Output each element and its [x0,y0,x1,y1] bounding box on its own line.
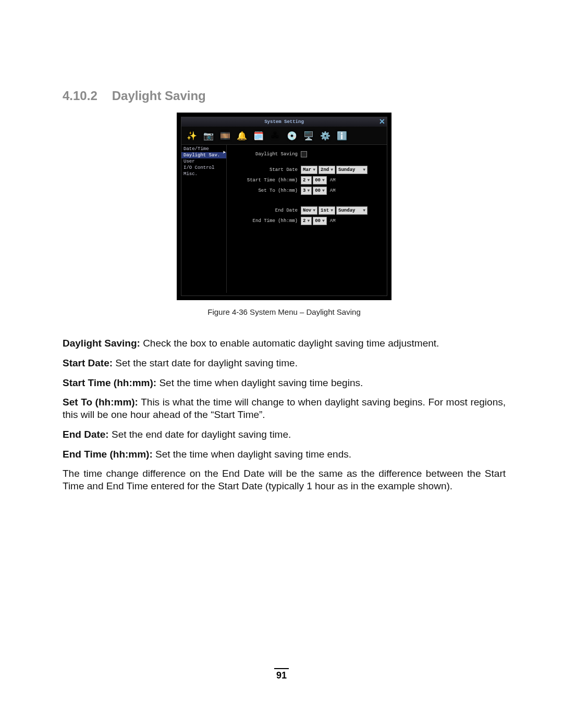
wand-icon[interactable]: ✨ [186,130,198,141]
sidebar-item-datetime[interactable]: Date/Time [181,146,226,152]
sidebar-item-misc[interactable]: Misc. [181,171,226,177]
start-ordinal-select[interactable]: 2nd▼ [319,166,335,174]
end-month-select[interactable]: Nov▼ [301,206,317,215]
sidebar: Date/Time Daylight Sav. User I/O Control… [181,145,227,293]
enable-label: Daylight Saving [231,152,301,157]
end-ordinal-select[interactable]: 1st▼ [319,206,335,215]
camera-icon[interactable]: 📷 [202,130,215,141]
daylight-saving-checkbox[interactable] [301,151,307,157]
start-minute-select[interactable]: 00▼ [313,176,327,184]
end-minute-select[interactable]: 00▼ [313,217,327,225]
settings-form: Daylight Saving Start Date Mar▼ 2nd▼ Sun… [227,145,387,293]
setto-hour-select[interactable]: 3▼ [301,187,312,195]
para-start-time: Start Time (hh:mm): Set the time when da… [63,377,506,389]
end-hour-select[interactable]: 2▼ [301,217,312,225]
end-time-label: End Time (hh:mm) [231,218,301,224]
section-number: 4.10.2 [63,89,97,103]
schedule-icon[interactable]: 🗓️ [252,130,265,141]
sidebar-item-io-control[interactable]: I/O Control [181,165,226,171]
disc-icon[interactable]: 💿 [286,130,298,141]
start-hour-select[interactable]: 2▼ [301,176,312,184]
para-end-date: End Date: Set the end date for daylight … [63,428,506,441]
start-ampm: AM [330,178,336,183]
gears-icon[interactable]: ⚙️ [319,130,332,141]
para-note: The time change difference on the End Da… [63,467,506,492]
figure-caption: Figure 4-36 System Menu – Daylight Savin… [63,307,506,316]
film-icon[interactable]: 🎞️ [219,130,231,141]
set-to-label: Set To (hh:mm) [231,188,301,193]
close-icon[interactable]: ✕ [379,118,385,125]
page-number: 91 [0,668,563,681]
para-start-date: Start Date: Set the start date for dayli… [63,357,506,369]
sidebar-item-daylight-saving[interactable]: Daylight Sav. [181,152,226,158]
bell-icon[interactable]: 🔔 [236,130,248,141]
start-time-label: Start Time (hh:mm) [231,178,301,183]
toolbar: ✨ 📷 🎞️ 🔔 🗓️ 🖧 💿 🖥️ ⚙️ ℹ️ [181,127,387,145]
end-weekday-select[interactable]: Sunday▼ [336,206,368,215]
window-titlebar: System Setting ✕ [181,117,387,127]
sidebar-item-user[interactable]: User [181,158,226,165]
section-title: Daylight Saving [112,89,206,103]
monitor-icon[interactable]: 🖥️ [302,130,315,141]
window-title: System Setting [264,119,304,125]
end-date-label: End Date [231,208,301,213]
start-month-select[interactable]: Mar▼ [301,166,317,174]
para-end-time: End Time (hh:mm): Set the time when dayl… [63,448,506,461]
end-ampm: AM [330,218,336,224]
start-weekday-select[interactable]: Sunday▼ [336,166,368,174]
system-setting-screenshot: System Setting ✕ ✨ 📷 🎞️ 🔔 🗓️ 🖧 💿 🖥️ ⚙️ ℹ… [177,113,391,300]
network-icon[interactable]: 🖧 [269,130,282,141]
section-heading: 4.10.2Daylight Saving [63,89,506,103]
setto-ampm: AM [330,188,336,193]
setto-minute-select[interactable]: 00▼ [313,187,327,195]
para-set-to: Set To (hh:mm): This is what the time wi… [63,396,506,421]
start-date-label: Start Date [231,167,301,172]
para-daylight-saving: Daylight Saving: Check the box to enable… [63,337,506,350]
info-icon[interactable]: ℹ️ [336,130,348,141]
